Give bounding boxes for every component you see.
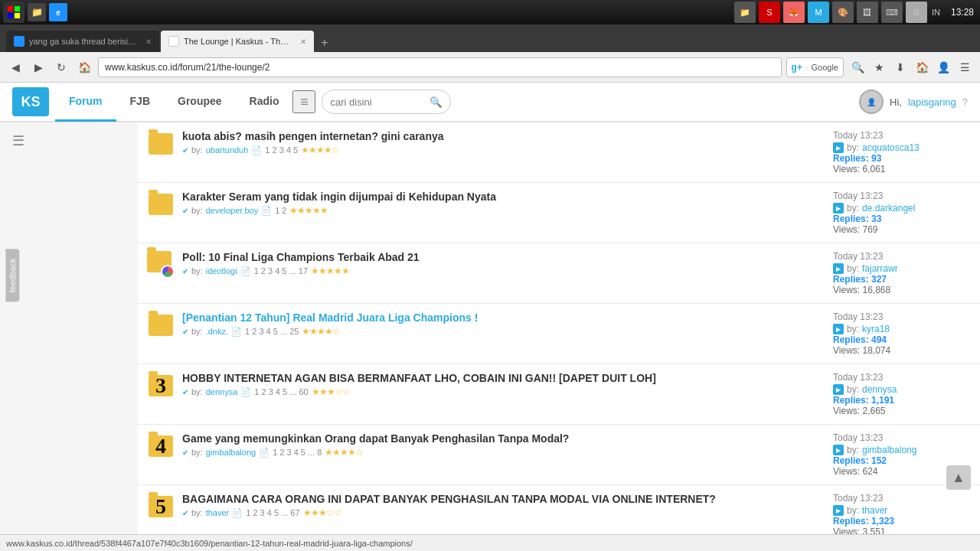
taskbar-firefox-icon[interactable]: 🦊 [783, 2, 805, 23]
start-button[interactable] [3, 2, 24, 23]
taskbar-g-icon[interactable]: G [906, 2, 927, 23]
thread-icon-4 [147, 311, 175, 339]
site-logo[interactable]: KS [12, 87, 49, 116]
thread-title-1[interactable]: kuota abis? masih pengen internetan? gin… [182, 130, 825, 142]
thread-title-3[interactable]: Poll: 10 Final Liga Champions Terbaik Ab… [182, 251, 825, 263]
thread-stars-1: ★★★★☆ [301, 145, 339, 155]
thread-title-7[interactable]: BAGAIMANA CARA ORANG INI DAPAT BANYAK PE… [182, 493, 825, 505]
download-btn[interactable]: ⬇ [891, 58, 910, 77]
taskbar-m-icon[interactable]: M [808, 2, 829, 23]
extension-btn[interactable]: 👤 [934, 58, 952, 77]
thread-replies-5[interactable]: Replies: 1,191 [833, 395, 971, 406]
nav-fjb[interactable]: FJB [116, 82, 164, 122]
page-icon: 📄 [251, 145, 262, 155]
thread-author-7[interactable]: thaver [206, 508, 230, 517]
taskbar-right: 📁 S 🦊 M 🎨 🖼 ⌨ G IN 13:28 [734, 2, 977, 23]
thread-last-author-2[interactable]: de.darkangel [862, 203, 915, 214]
thread-author-4[interactable]: .dnkz. [206, 327, 228, 336]
thread-author-6[interactable]: gimbalbalong [206, 448, 256, 457]
search-btn[interactable]: 🔍 [848, 58, 867, 77]
thread-replies-6[interactable]: Replies: 152 [833, 455, 971, 466]
thread-title-4[interactable]: [Penantian 12 Tahun] Real Madrid Juara L… [182, 311, 825, 324]
thread-last-author-5[interactable]: dennysa [862, 384, 897, 395]
nav-radio[interactable]: Radio [236, 82, 293, 122]
thread-icon-6: 4 [147, 432, 175, 460]
thread-last-author-1[interactable]: acquatosca13 [862, 142, 920, 153]
thread-last-author-4[interactable]: kyra18 [862, 324, 890, 334]
page-icon: 📄 [240, 387, 251, 397]
thread-title-6[interactable]: Game yang memungkinkan Orang dapat Banya… [182, 432, 825, 445]
taskbar-icon-browser[interactable]: e [49, 3, 67, 21]
tab-2-favicon [168, 36, 179, 47]
thread-author-3[interactable]: ideotlogi [206, 266, 237, 276]
taskbar-photo-icon[interactable]: 🖼 [857, 2, 878, 23]
search-box[interactable]: 🔍 [322, 90, 451, 114]
thread-author-label: by: [191, 145, 203, 155]
taskbar-folder-icon[interactable]: 📁 [734, 2, 756, 23]
thread-title-5[interactable]: HOBBY INTERNETAN AGAN BISA BERMANFAAT LH… [182, 372, 825, 384]
thread-last-author-7[interactable]: thaver [862, 505, 887, 516]
thread-author-5[interactable]: dennysa [206, 387, 238, 396]
verified-icon-3: ✔ [182, 267, 188, 276]
back-button[interactable]: ◀ [6, 58, 24, 77]
thread-replies-7[interactable]: Replies: 1,323 [833, 516, 971, 527]
forward-button[interactable]: ▶ [29, 58, 47, 77]
tab-add-button[interactable]: + [315, 34, 334, 52]
thread-meta-2: ✔ by: developer.boy 📄 1 2 ★★★★★ [182, 205, 825, 216]
help-icon[interactable]: ? [962, 96, 968, 108]
home-button[interactable]: 🏠 [75, 58, 93, 77]
thread-replies-2[interactable]: Replies: 33 [833, 214, 971, 224]
tab-2-close[interactable]: ✕ [300, 37, 306, 46]
thread-replies-3[interactable]: Replies: 327 [833, 274, 971, 285]
verified-icon-5: ✔ [182, 388, 188, 396]
thread-title-2[interactable]: Karakter Seram yang tidak ingin dijumpai… [182, 191, 825, 203]
scroll-top-button[interactable]: ▲ [946, 465, 971, 490]
thread-last-author-3[interactable]: fajarrawr [862, 263, 898, 274]
search-submit-button[interactable]: 🔍 [430, 96, 443, 108]
search-bar-area: g+ · Google [786, 57, 844, 77]
feedback-tab[interactable]: feedback [5, 249, 19, 302]
username-link[interactable]: lapisgaring [908, 96, 956, 108]
thread-stars-2: ★★★★★ [289, 205, 328, 216]
site-header: KS Forum FJB Groupee Radio ≡ 🔍 👤 Hi, lap… [0, 83, 980, 122]
thread-stats-5: Today 13:23 ▶ by: dennysa Replies: 1,191… [833, 372, 971, 416]
address-bar[interactable]: www.kaskus.co.id/forum/21/the-lounge/2 [98, 57, 782, 77]
thread-icon-3 [147, 251, 175, 279]
taskbar-icon-folder[interactable]: 📁 [28, 3, 46, 21]
tab-1-close[interactable]: ✕ [145, 37, 152, 46]
hamburger-menu[interactable]: ≡ [292, 90, 315, 113]
page-icon: 📄 [259, 448, 270, 458]
content-area: kuota abis? masih pengen internetan? gin… [138, 122, 980, 551]
user-avatar[interactable]: 👤 [859, 90, 884, 114]
tab-1[interactable]: yang ga suka thread berisi game ini... ✕ [6, 31, 159, 52]
toolbar-icons-right: 🔍 ★ ⬇ 🏠 👤 ☰ [848, 58, 974, 77]
bookmark-btn[interactable]: ★ [870, 58, 888, 77]
thread-pages-4: 1 2 3 4 5 ... 25 [245, 327, 299, 336]
menu-btn[interactable]: ☰ [956, 58, 974, 77]
page-icon: 📄 [232, 508, 243, 518]
verified-icon-1: ✔ [182, 146, 188, 155]
thread-author-2[interactable]: developer.boy [206, 206, 259, 215]
thread-time-7: Today 13:23 [833, 493, 971, 504]
thread-author-1[interactable]: ubartunduh [206, 145, 249, 155]
nav-forum[interactable]: Forum [55, 82, 116, 122]
search-input[interactable] [330, 96, 430, 108]
svg-rect-2 [8, 13, 13, 18]
reload-button[interactable]: ↻ [52, 58, 70, 77]
taskbar-s-icon[interactable]: S [759, 2, 780, 23]
folder-icon [149, 133, 173, 155]
taskbar-paint-icon[interactable]: 🎨 [832, 2, 854, 23]
tab-2[interactable]: The Lounge | Kaskus - The Largest I... ✕ [161, 31, 314, 52]
sidebar-toggle[interactable]: ☰ [3, 126, 34, 156]
thread-last-author-6[interactable]: gimbalbalong [862, 445, 916, 455]
browser-home-btn[interactable]: 🏠 [913, 58, 931, 77]
thread-stars-5: ★★★☆☆ [312, 386, 350, 397]
thread-replies-1[interactable]: Replies: 93 [833, 153, 971, 164]
taskbar-keyboard-icon[interactable]: ⌨ [881, 2, 903, 23]
nav-groupee[interactable]: Groupee [164, 82, 236, 122]
thread-replies-4[interactable]: Replies: 494 [833, 334, 971, 345]
thread-stats-3: Today 13:23 ▶ by: fajarrawr Replies: 327… [833, 251, 971, 295]
thread-content-2: Karakter Seram yang tidak ingin dijumpai… [182, 191, 825, 216]
thread-row-3: Poll: 10 Final Liga Champions Terbaik Ab… [138, 243, 980, 304]
thread-time-1: Today 13:23 [833, 130, 971, 141]
